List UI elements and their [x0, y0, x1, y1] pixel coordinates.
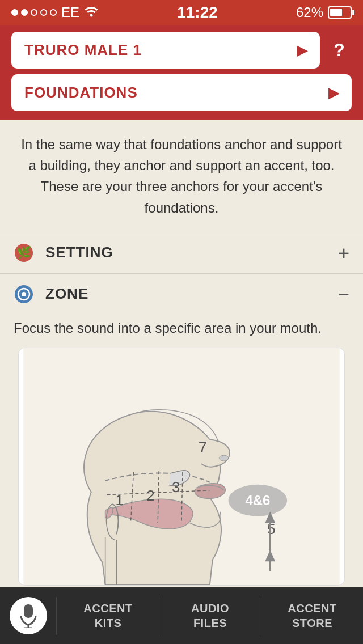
help-button[interactable]: ? — [327, 38, 352, 63]
foundations-button[interactable]: FOUNDATIONS ▶ — [11, 74, 352, 111]
wifi-icon — [84, 5, 99, 20]
dot1 — [11, 9, 18, 16]
foundations-arrow-icon: ▶ — [328, 85, 339, 101]
accent-name: TRURO MALE 1 — [24, 41, 142, 59]
audio-files-label: AUDIOFILES — [191, 601, 229, 630]
dot2 — [21, 9, 28, 16]
dot5 — [50, 9, 57, 16]
status-left: EE — [11, 5, 99, 20]
header-top-row: TRURO MALE 1 ▶ ? — [11, 32, 352, 69]
battery-percent: 62% — [296, 5, 323, 20]
setting-icon: 🌿 — [14, 243, 34, 263]
accent-arrow-icon: ▶ — [297, 43, 307, 58]
accent-store-nav-item[interactable]: ACCENTSTORE — [261, 595, 363, 636]
svg-text:7: 7 — [199, 438, 208, 456]
nav-items: ACCENTKITS AUDIOFILES ACCENTSTORE — [57, 595, 363, 636]
dot3 — [31, 9, 37, 16]
svg-point-7 — [220, 455, 229, 461]
mouth-diagram: 7 3 4&6 2 1 5 — [18, 348, 345, 586]
zone-toggle: − — [338, 285, 349, 304]
zone-section-row[interactable]: ZONE − — [0, 273, 363, 315]
svg-text:3: 3 — [172, 479, 180, 495]
intro-section: In the same way that foundations anchor … — [0, 120, 363, 232]
signal-dots — [11, 9, 57, 16]
intro-text: In the same way that foundations anchor … — [17, 134, 346, 218]
status-time: 11:22 — [177, 3, 218, 22]
zone-description: Focus the sound into a specific area in … — [14, 320, 349, 336]
dot4 — [40, 9, 47, 16]
accent-selector-button[interactable]: TRURO MALE 1 ▶ — [11, 32, 320, 69]
svg-point-0 — [90, 14, 93, 17]
header: TRURO MALE 1 ▶ ? FOUNDATIONS ▶ — [0, 25, 363, 120]
battery-icon — [328, 6, 352, 19]
zone-content: Focus the sound into a specific area in … — [0, 315, 363, 595]
setting-label: SETTING — [45, 244, 338, 261]
svg-text:1: 1 — [116, 492, 124, 507]
foundations-label: FOUNDATIONS — [24, 84, 138, 101]
svg-text:🌿: 🌿 — [17, 245, 31, 259]
svg-point-5 — [22, 292, 26, 296]
svg-text:2: 2 — [146, 487, 154, 503]
zone-icon — [14, 284, 34, 304]
status-bar: EE 11:22 62% — [0, 0, 363, 25]
setting-section-row[interactable]: 🌿 SETTING + — [0, 232, 363, 273]
mic-section — [0, 597, 57, 634]
setting-toggle: + — [338, 243, 349, 262]
bottom-navigation: ACCENTKITS AUDIOFILES ACCENTSTORE — [0, 587, 363, 644]
accent-store-label: ACCENTSTORE — [288, 601, 336, 630]
svg-text:4&6: 4&6 — [245, 492, 270, 507]
audio-files-nav-item[interactable]: AUDIOFILES — [159, 595, 261, 636]
zone-label: ZONE — [45, 285, 338, 303]
accent-kits-label: ACCENTKITS — [83, 601, 132, 630]
status-right: 62% — [296, 5, 352, 20]
carrier-label: EE — [61, 5, 79, 20]
svg-rect-23 — [24, 604, 33, 618]
battery-fill — [330, 9, 342, 16]
microphone-button[interactable] — [10, 597, 47, 634]
accent-kits-nav-item[interactable]: ACCENTKITS — [57, 595, 159, 636]
svg-text:5: 5 — [267, 521, 275, 537]
